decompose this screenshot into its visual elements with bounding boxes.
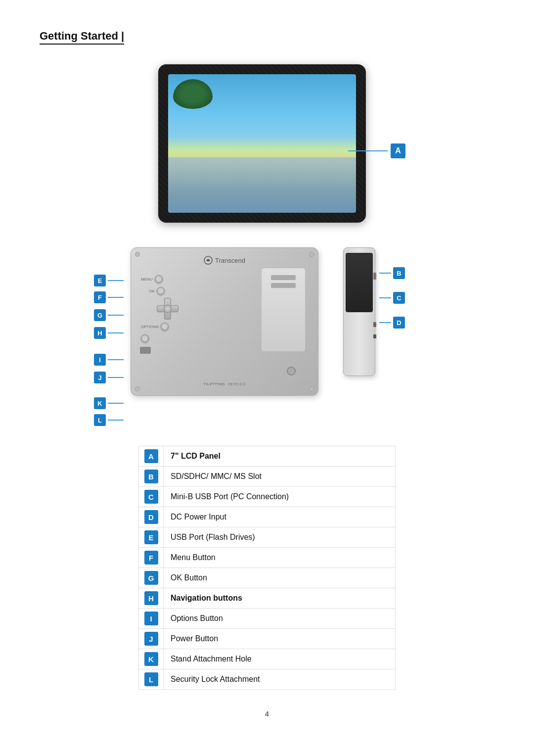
label-badge-k: K (94, 397, 106, 409)
screw-br (309, 386, 314, 391)
card-slot-2 (271, 283, 296, 288)
menu-btn-row: MENU (141, 275, 178, 283)
connector-h (108, 332, 124, 333)
label-row-g: G (94, 309, 124, 321)
options-label: OPTIONS (141, 325, 159, 329)
screw-tl (135, 252, 140, 257)
front-view-container: A (158, 64, 376, 228)
legend-label-g: OK Button (171, 573, 207, 582)
connector-k (108, 403, 124, 404)
legend-badge-j: J (144, 632, 158, 646)
legend-row-j: J Power Button (139, 629, 396, 649)
legend-badge-d: D (144, 510, 158, 524)
label-badge-j: J (94, 372, 106, 383)
screw-tr (309, 252, 314, 257)
frame-inner (168, 74, 356, 213)
bottom-label: TS-P???HD CE FC G © (203, 382, 245, 386)
label-row-h: H (94, 327, 124, 339)
legend-key-cell: G (139, 568, 164, 588)
label-badge-a: A (391, 143, 405, 158)
legend-badge-a: A (144, 449, 158, 463)
dpad (157, 298, 178, 320)
legend-row-f: F Menu Button (139, 548, 396, 568)
legend-key-cell: C (139, 487, 164, 507)
connector-c (379, 297, 391, 298)
label-badge-l: L (94, 414, 106, 426)
dpad-center (164, 305, 172, 313)
legend-label-cell: Security Lock Attachment (164, 669, 396, 690)
legend-key-cell: B (139, 467, 164, 487)
ok-btn-row: OK (141, 287, 178, 295)
label-row-f: F (94, 291, 124, 303)
frame-outer (158, 64, 366, 223)
front-view-wrapper: A (129, 64, 405, 228)
right-panel (261, 268, 306, 352)
legend-row-g: G OK Button (139, 568, 396, 588)
label-row-j: J (94, 372, 124, 383)
power-btn-row (141, 334, 178, 342)
legend-badge-f: F (144, 551, 158, 565)
label-row-i: I (94, 354, 124, 366)
back-device: Transcend MENU (131, 247, 318, 396)
legend-badge-h: H (144, 591, 158, 605)
side-usb-port (373, 322, 376, 327)
label-badge-g: G (94, 309, 106, 321)
label-row-k: K (94, 397, 124, 409)
legend-label-b: SD/SDHC/ MMC/ MS Slot (171, 472, 262, 480)
legend-label-e: USB Port (Flash Drives) (171, 533, 255, 541)
label-a-line (348, 150, 388, 151)
side-card-slot (373, 273, 376, 280)
legend-label-cell: SD/SDHC/ MMC/ MS Slot (164, 467, 396, 487)
menu-label: MENU (141, 277, 153, 282)
legend-badge-e: E (144, 530, 158, 544)
legend-label-cell: Options Button (164, 609, 396, 629)
connector-i (108, 359, 124, 360)
legend-label-a: 7" LCD Panel (171, 452, 221, 460)
label-badge-b: B (393, 267, 405, 279)
legend-key-cell: H (139, 588, 164, 609)
options-btn (161, 323, 169, 331)
label-row-l: L (94, 414, 124, 426)
label-row-b: B (379, 267, 405, 279)
screw-bl (135, 386, 140, 391)
connector-e (108, 280, 124, 281)
legend-row-b: B SD/SDHC/ MMC/ MS Slot (139, 467, 396, 487)
page-title: Getting Started | (40, 30, 124, 45)
transcend-logo-icon (204, 256, 213, 265)
legend-label-cell: DC Power Input (164, 507, 396, 527)
legend-key-cell: A (139, 446, 164, 467)
side-labels: B C D (379, 247, 405, 329)
connector-g (108, 315, 124, 316)
label-badge-h: H (94, 327, 106, 339)
legend-row-d: D DC Power Input (139, 507, 396, 527)
transcend-logo: Transcend (204, 256, 245, 265)
legend-label-cell: Menu Button (164, 548, 396, 568)
diagrams-section: A E F G (40, 64, 494, 426)
diagram-wrapper: E F G H I (94, 247, 440, 426)
legend-label-h: Navigation buttons (171, 594, 242, 602)
legend-key-cell: D (139, 507, 164, 527)
connector-j (108, 377, 124, 378)
legend-label-d: DC Power Input (171, 513, 226, 521)
ok-btn (157, 287, 165, 295)
legend-label-cell: 7" LCD Panel (164, 446, 396, 467)
legend-row-l: L Security Lock Attachment (139, 669, 396, 690)
legend-badge-k: K (144, 652, 158, 666)
lcd-screen (168, 74, 356, 213)
page-number: 4 (40, 709, 494, 718)
legend-key-cell: J (139, 629, 164, 649)
legend-row-e: E USB Port (Flash Drives) (139, 527, 396, 548)
screen-edge (346, 253, 373, 312)
legend-key-cell: K (139, 649, 164, 669)
legend-label-cell: Stand Attachment Hole (164, 649, 396, 669)
legend-label-cell: OK Button (164, 568, 396, 588)
legend-key-cell: I (139, 609, 164, 629)
legend-key-cell: L (139, 669, 164, 690)
legend-table: A 7" LCD Panel B SD/SDHC/ MMC/ MS Slot C… (138, 446, 396, 690)
label-badge-c: C (393, 292, 405, 304)
power-btn (141, 334, 149, 342)
legend-row-a: A 7" LCD Panel (139, 446, 396, 467)
label-badge-d: D (393, 317, 405, 329)
legend-row-h: H Navigation buttons (139, 588, 396, 609)
legend-badge-i: I (144, 612, 158, 625)
